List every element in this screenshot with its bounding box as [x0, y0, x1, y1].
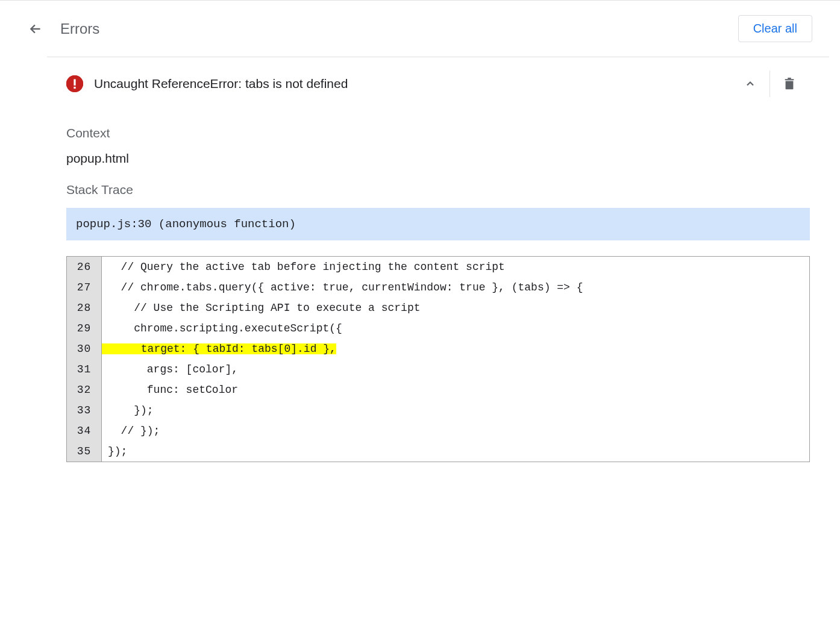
line-number: 34: [67, 421, 102, 441]
back-arrow-icon[interactable]: [28, 21, 43, 37]
error-icon: [66, 75, 83, 92]
svg-rect-4: [785, 79, 794, 80]
error-row[interactable]: Uncaught ReferenceError: tabs is not def…: [47, 57, 829, 110]
code-line: // Query the active tab before injecting…: [102, 257, 809, 277]
page-title: Errors: [60, 20, 99, 37]
code-line: });: [102, 441, 809, 462]
code-line: // chrome.tabs.query({ active: true, cur…: [102, 277, 809, 298]
clear-all-button[interactable]: Clear all: [738, 15, 812, 42]
code-row: 27 // chrome.tabs.query({ active: true, …: [67, 277, 809, 298]
delete-icon[interactable]: [770, 72, 809, 96]
code-line: chrome.scripting.executeScript({: [102, 318, 809, 339]
svg-rect-2: [74, 87, 75, 89]
line-number: 31: [67, 359, 102, 380]
errors-page: Errors Clear all Uncaught ReferenceError…: [0, 0, 840, 481]
code-line: args: [color],: [102, 359, 809, 380]
code-line: func: setColor: [102, 380, 809, 400]
code-row: 32 func: setColor: [67, 380, 809, 400]
line-number: 33: [67, 400, 102, 421]
code-row: 29 chrome.scripting.executeScript({: [67, 318, 809, 339]
stack-trace-frame[interactable]: popup.js:30 (anonymous function): [66, 208, 810, 240]
code-row: 30 target: { tabId: tabs[0].id },: [67, 339, 809, 359]
code-row: 31 args: [color],: [67, 359, 809, 380]
error-message: Uncaught ReferenceError: tabs is not def…: [94, 77, 720, 91]
line-number: 30: [67, 339, 102, 359]
context-label: Context: [66, 126, 810, 140]
line-number: 29: [67, 318, 102, 339]
code-line: // Use the Scripting API to execute a sc…: [102, 298, 809, 318]
context-value: popup.html: [66, 151, 810, 166]
code-row: 33 });: [67, 400, 809, 421]
error-detail: Context popup.html Stack Trace popup.js:…: [11, 126, 829, 481]
header-left: Errors: [28, 20, 99, 37]
stack-trace-label: Stack Trace: [66, 183, 810, 197]
header-bar: Errors Clear all: [11, 1, 829, 57]
svg-rect-3: [786, 81, 794, 89]
code-block: 26 // Query the active tab before inject…: [66, 256, 810, 462]
code-line: });: [102, 400, 809, 421]
line-number: 35: [67, 441, 102, 462]
code-line-highlighted: target: { tabId: tabs[0].id },: [102, 339, 809, 359]
code-row: 28 // Use the Scripting API to execute a…: [67, 298, 809, 318]
line-number: 26: [67, 257, 102, 277]
line-number: 28: [67, 298, 102, 318]
line-number: 32: [67, 380, 102, 400]
code-row: 34 // });: [67, 421, 809, 441]
svg-rect-5: [788, 78, 791, 79]
collapse-chevron-icon[interactable]: [731, 72, 769, 96]
code-line: // });: [102, 421, 809, 441]
svg-rect-1: [74, 79, 75, 86]
code-row: 26 // Query the active tab before inject…: [67, 257, 809, 277]
line-number: 27: [67, 277, 102, 298]
code-row: 35});: [67, 441, 809, 462]
error-actions: [731, 70, 809, 97]
